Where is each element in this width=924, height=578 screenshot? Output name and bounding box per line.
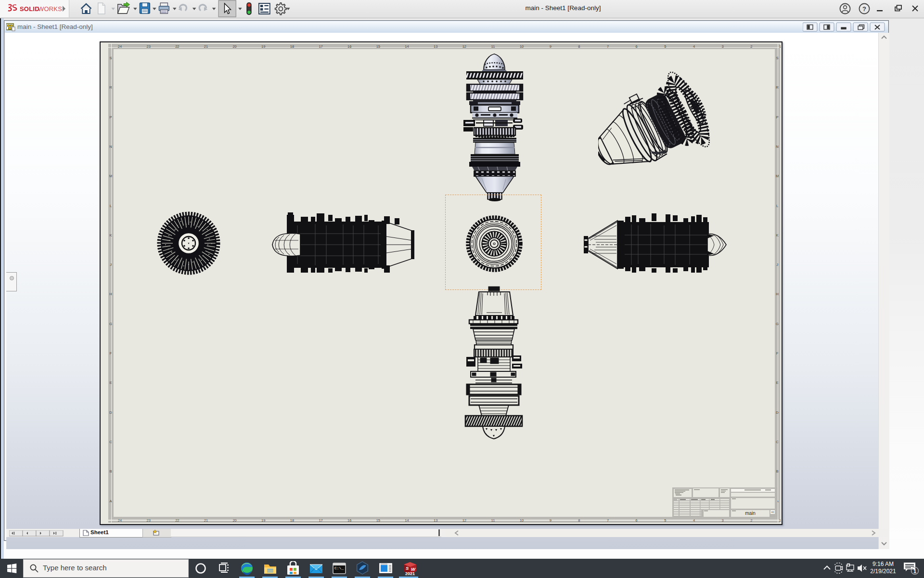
svg-text:SOLID: SOLID: [20, 5, 39, 13]
svg-text:2021: 2021: [405, 571, 415, 576]
svg-text:?: ?: [862, 5, 866, 13]
svg-text:C:\_: C:\_: [334, 566, 344, 570]
svg-text:main: main: [745, 511, 756, 516]
svg-text:S: S: [406, 565, 409, 571]
svg-text:WORKS: WORKS: [38, 5, 62, 13]
svg-text:A0: A0: [771, 511, 774, 513]
svg-text:1: 1: [913, 568, 916, 574]
